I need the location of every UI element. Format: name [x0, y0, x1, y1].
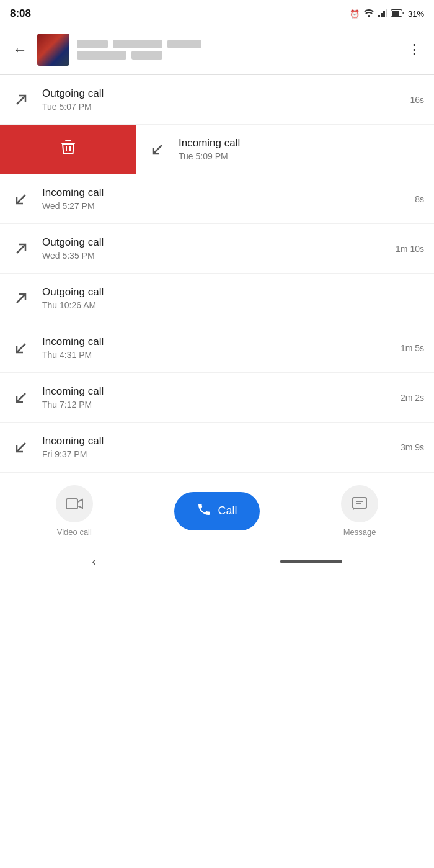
video-call-label: Video call	[57, 527, 92, 537]
call-type-7: Incoming call	[42, 435, 401, 447]
call-duration-7: 3m 9s	[401, 442, 424, 452]
contact-info	[37, 34, 402, 66]
message-icon-circle	[341, 485, 378, 522]
svg-line-7	[17, 96, 25, 104]
svg-line-12	[153, 145, 162, 154]
sub-block-2	[131, 51, 162, 60]
svg-rect-20	[353, 498, 366, 508]
call-info-1: Incoming call Tue 5:09 PM	[179, 137, 424, 161]
call-item-1: Incoming call Tue 5:09 PM	[0, 125, 434, 174]
call-item-4: Outgoing call Thu 10:26 AM	[0, 274, 434, 323]
svg-rect-2	[381, 13, 383, 17]
svg-rect-6	[392, 11, 399, 16]
status-bar: 8:08 ⏰ 31%	[0, 0, 434, 25]
status-icons: ⏰ 31%	[350, 9, 424, 19]
signal-icon	[378, 9, 387, 19]
svg-rect-19	[66, 499, 78, 509]
call-phone-icon	[197, 502, 211, 521]
call-item-0: Outgoing call Tue 5:07 PM 16s	[0, 75, 434, 125]
swipe-delete-action[interactable]	[0, 125, 136, 174]
contact-name-area	[77, 40, 202, 60]
wifi-icon	[363, 9, 374, 19]
video-call-button[interactable]: Video call	[56, 485, 93, 537]
incoming-call-icon-6	[10, 387, 32, 409]
call-duration-0: 16s	[410, 95, 424, 105]
call-type-0: Outgoing call	[42, 87, 410, 100]
call-info-2: Incoming call Wed 5:27 PM	[42, 187, 415, 211]
status-time: 8:08	[10, 7, 31, 20]
call-item-5-inner: Incoming call Thu 4:31 PM 1m 5s	[10, 336, 424, 360]
call-item-6-inner: Incoming call Thu 7:12 PM 2m 2s	[10, 385, 424, 409]
call-time-5: Thu 4:31 PM	[42, 350, 401, 360]
call-time-3: Wed 5:35 PM	[42, 251, 396, 261]
battery-percent: 31%	[408, 9, 424, 19]
svg-rect-4	[386, 9, 387, 17]
call-item-4-inner: Outgoing call Thu 10:26 AM	[10, 286, 424, 310]
call-item-5: Incoming call Thu 4:31 PM 1m 5s	[0, 323, 434, 373]
call-duration-6: 2m 2s	[401, 393, 424, 403]
call-info-0: Outgoing call Tue 5:07 PM	[42, 87, 410, 112]
video-call-icon-circle	[56, 485, 93, 522]
svg-line-17	[17, 393, 25, 402]
call-info-5: Incoming call Thu 4:31 PM	[42, 336, 401, 360]
call-item-3-inner: Outgoing call Wed 5:35 PM 1m 10s	[10, 236, 424, 261]
call-duration-5: 1m 5s	[401, 343, 424, 353]
call-item-6: Incoming call Thu 7:12 PM 2m 2s	[0, 373, 434, 423]
call-item-7: Incoming call Fri 9:37 PM 3m 9s	[0, 423, 434, 472]
call-time-4: Thu 10:26 AM	[42, 300, 424, 310]
sub-block-1	[77, 51, 126, 60]
call-button[interactable]: Call	[174, 492, 259, 530]
svg-rect-9	[65, 140, 71, 141]
contact-sub-placeholder	[77, 51, 202, 60]
battery-icon	[391, 9, 404, 19]
svg-line-14	[17, 244, 25, 253]
contact-name-placeholder	[77, 40, 202, 48]
svg-line-16	[17, 344, 25, 352]
incoming-call-icon-1	[146, 138, 169, 161]
call-info-7: Incoming call Fri 9:37 PM	[42, 435, 401, 459]
call-item-7-inner: Incoming call Fri 9:37 PM 3m 9s	[10, 435, 424, 459]
incoming-call-icon-7	[10, 436, 32, 459]
message-button[interactable]: Message	[341, 485, 378, 537]
incoming-call-icon-5	[10, 337, 32, 359]
bottom-actions: Video call Call Message	[0, 472, 434, 547]
outgoing-call-icon-3	[10, 238, 32, 260]
avatar	[37, 34, 69, 66]
nav-back-button[interactable]: ‹	[92, 554, 96, 568]
nav-bar: ‹	[0, 547, 434, 581]
name-block-1	[77, 40, 108, 48]
more-options-button[interactable]: ⋮	[402, 37, 427, 63]
message-label: Message	[343, 527, 376, 537]
delete-icon	[58, 137, 78, 161]
call-item-3: Outgoing call Wed 5:35 PM 1m 10s	[0, 224, 434, 274]
call-item-2-inner: Incoming call Wed 5:27 PM 8s	[10, 187, 424, 211]
svg-line-18	[17, 443, 25, 452]
svg-line-15	[17, 294, 25, 303]
back-button[interactable]: ←	[7, 36, 32, 63]
svg-rect-1	[378, 15, 380, 17]
call-log-list: Outgoing call Tue 5:07 PM 16s	[0, 75, 434, 472]
call-duration-2: 8s	[415, 194, 424, 204]
call-item-0-inner: Outgoing call Tue 5:07 PM 16s	[10, 87, 424, 112]
name-block-3	[167, 40, 202, 48]
call-type-4: Outgoing call	[42, 286, 424, 298]
call-label: Call	[218, 504, 237, 517]
call-time-7: Fri 9:37 PM	[42, 449, 401, 459]
outgoing-call-icon-4	[10, 287, 32, 310]
call-type-5: Incoming call	[42, 336, 401, 348]
svg-point-0	[368, 15, 370, 17]
incoming-call-icon-2	[10, 188, 32, 210]
alarm-icon: ⏰	[350, 9, 360, 19]
call-type-3: Outgoing call	[42, 236, 396, 249]
call-type-2: Incoming call	[42, 187, 415, 199]
call-time-6: Thu 7:12 PM	[42, 400, 401, 409]
toolbar: ← ⋮	[0, 25, 434, 74]
call-item-1-inner: Incoming call Tue 5:09 PM	[136, 126, 434, 172]
call-info-4: Outgoing call Thu 10:26 AM	[42, 286, 424, 310]
call-item-2: Incoming call Wed 5:27 PM 8s	[0, 174, 434, 224]
call-info-6: Incoming call Thu 7:12 PM	[42, 385, 401, 409]
call-info-3: Outgoing call Wed 5:35 PM	[42, 236, 396, 261]
call-type-1: Incoming call	[179, 137, 424, 150]
call-time-0: Tue 5:07 PM	[42, 102, 410, 112]
nav-home-indicator	[280, 560, 342, 563]
